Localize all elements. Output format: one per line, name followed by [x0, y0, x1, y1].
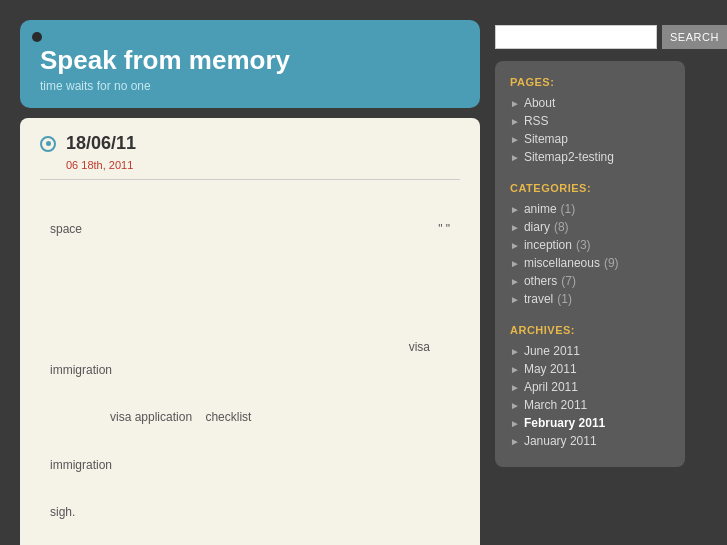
- post-immigration-2: immigration: [50, 458, 112, 472]
- cat-others-link[interactable]: others: [524, 274, 557, 288]
- archives-section: ARCHIVES: ► June 2011 ► May 2011 ► April…: [510, 324, 670, 448]
- archive-april2011-link[interactable]: April 2011: [524, 380, 578, 394]
- sidebar-item-jan2011[interactable]: ► January 2011: [510, 434, 670, 448]
- pages-sitemap-link[interactable]: Sitemap: [524, 132, 568, 146]
- sidebar-item-others[interactable]: ► others (7): [510, 274, 670, 288]
- archive-march2011-link[interactable]: March 2011: [524, 398, 587, 412]
- arrow-icon: ►: [510, 294, 520, 305]
- post-line: [50, 266, 450, 288]
- post-icon: [40, 136, 56, 152]
- arrow-icon: ►: [510, 152, 520, 163]
- sidebar-item-inception[interactable]: ► inception (3): [510, 238, 670, 252]
- post-line: visa: [50, 337, 450, 359]
- site-tagline: time waits for no one: [40, 79, 460, 93]
- sidebar-item-feb2011[interactable]: ► February 2011: [510, 416, 670, 430]
- post-header: 18/06/11: [40, 133, 460, 154]
- sidebar-item-diary[interactable]: ► diary (8): [510, 220, 670, 234]
- post-line: visa application checklist: [50, 407, 450, 429]
- cat-inception-link[interactable]: inception: [524, 238, 572, 252]
- cat-diary-count: (8): [554, 220, 569, 234]
- cat-inception-count: (3): [576, 238, 591, 252]
- sidebar-item-anime[interactable]: ► anime (1): [510, 202, 670, 216]
- post-quote: " ": [438, 219, 450, 241]
- cat-misc-count: (9): [604, 256, 619, 270]
- arrow-icon: ►: [510, 276, 520, 287]
- cat-misc-link[interactable]: miscellaneous: [524, 256, 600, 270]
- post-line: [50, 195, 450, 217]
- content-area: 18/06/11 06 18th, 2011 space " " visa: [20, 118, 480, 545]
- arrow-icon: ►: [510, 346, 520, 357]
- cat-diary-link[interactable]: diary: [524, 220, 550, 234]
- right-column: SEARCH PAGES: ► About ► RSS ► Sitemap: [495, 20, 685, 545]
- post-immigration-1: immigration: [50, 363, 112, 377]
- search-input[interactable]: [495, 25, 657, 49]
- archive-feb2011-link[interactable]: February 2011: [524, 416, 605, 430]
- post-line: space " ": [50, 219, 450, 241]
- post-line: [50, 242, 450, 264]
- sidebar-item-june2011[interactable]: ► June 2011: [510, 344, 670, 358]
- arrow-icon: ►: [510, 382, 520, 393]
- post-checklist: checklist: [205, 410, 251, 424]
- sidebar-item-sitemap[interactable]: ► Sitemap: [510, 132, 670, 146]
- arrow-icon: ►: [510, 418, 520, 429]
- post-sigh: sigh.: [50, 505, 75, 519]
- sidebar-item-april2011[interactable]: ► April 2011: [510, 380, 670, 394]
- post-visa-app: visa application: [110, 410, 192, 424]
- pages-section: PAGES: ► About ► RSS ► Sitemap ► Sitemap…: [510, 76, 670, 164]
- cat-travel-link[interactable]: travel: [524, 292, 553, 306]
- post-body: space " " visa immigration visa applicat…: [40, 195, 460, 545]
- archive-jan2011-link[interactable]: January 2011: [524, 434, 597, 448]
- arrow-icon: ►: [510, 134, 520, 145]
- sidebar-item-rss[interactable]: ► RSS: [510, 114, 670, 128]
- arrow-icon: ►: [510, 400, 520, 411]
- arrow-icon: ►: [510, 436, 520, 447]
- search-bar: SEARCH: [495, 25, 685, 49]
- sidebar-item-march2011[interactable]: ► March 2011: [510, 398, 670, 412]
- arrow-icon: ►: [510, 364, 520, 375]
- cat-anime-link[interactable]: anime: [524, 202, 557, 216]
- post-line: immigration: [50, 360, 450, 382]
- sidebar-item-sitemap2[interactable]: ► Sitemap2-testing: [510, 150, 670, 164]
- pages-title: PAGES:: [510, 76, 670, 88]
- archive-june2011-link[interactable]: June 2011: [524, 344, 580, 358]
- pages-sitemap2-link[interactable]: Sitemap2-testing: [524, 150, 614, 164]
- sidebar-item-about[interactable]: ► About: [510, 96, 670, 110]
- arrow-icon: ►: [510, 240, 520, 251]
- arrow-icon: ►: [510, 98, 520, 109]
- arrow-icon: ►: [510, 116, 520, 127]
- archives-title: ARCHIVES:: [510, 324, 670, 336]
- post-line: [50, 525, 450, 545]
- pages-about-link[interactable]: About: [524, 96, 555, 110]
- cat-anime-count: (1): [561, 202, 576, 216]
- post-line: immigration: [50, 455, 450, 477]
- arrow-icon: ►: [510, 222, 520, 233]
- arrow-icon: ►: [510, 204, 520, 215]
- post-line: [50, 384, 450, 406]
- pages-rss-link[interactable]: RSS: [524, 114, 549, 128]
- site-header: Speak from memory time waits for no one: [20, 20, 480, 108]
- post-space-word: space: [50, 219, 82, 241]
- post-line: sigh.: [50, 502, 450, 524]
- left-column: Speak from memory time waits for no one …: [20, 20, 480, 545]
- site-title: Speak from memory: [40, 45, 460, 76]
- post-visa: visa: [409, 340, 430, 354]
- post-title: 18/06/11: [66, 133, 136, 154]
- sidebar-item-travel[interactable]: ► travel (1): [510, 292, 670, 306]
- archive-may2011-link[interactable]: May 2011: [524, 362, 577, 376]
- post-line: [50, 431, 450, 453]
- search-button[interactable]: SEARCH: [662, 25, 727, 49]
- categories-section: CATEGORIES: ► anime (1) ► diary (8) ► in…: [510, 182, 670, 306]
- sidebar: PAGES: ► About ► RSS ► Sitemap ► Sitemap…: [495, 61, 685, 467]
- window-dot: [32, 32, 42, 42]
- arrow-icon: ►: [510, 258, 520, 269]
- sidebar-item-may2011[interactable]: ► May 2011: [510, 362, 670, 376]
- post-line: [50, 313, 450, 335]
- categories-title: CATEGORIES:: [510, 182, 670, 194]
- sidebar-item-misc[interactable]: ► miscellaneous (9): [510, 256, 670, 270]
- post-divider: [40, 179, 460, 180]
- post-line: [50, 478, 450, 500]
- post-date: 06 18th, 2011: [66, 159, 460, 171]
- cat-others-count: (7): [561, 274, 576, 288]
- cat-travel-count: (1): [557, 292, 572, 306]
- post-line: [50, 289, 450, 311]
